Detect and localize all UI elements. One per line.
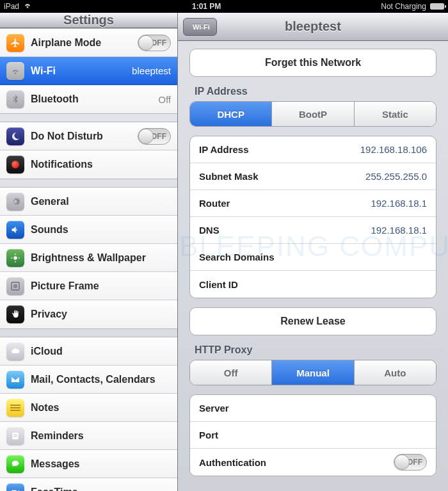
sidebar-item-label: Notes xyxy=(31,402,59,414)
wifi-icon xyxy=(6,62,24,80)
airplane-icon xyxy=(6,34,24,52)
notes-icon xyxy=(6,399,24,417)
field-ip-address[interactable]: IP Address 192.168.18.106 xyxy=(190,136,436,163)
proxy-fields-card: Server Port Authentication OFF xyxy=(189,394,436,476)
ip-address-section-label: IP Address xyxy=(195,86,436,97)
picture-frame-icon xyxy=(6,277,24,295)
subnet-mask-value: 255.255.255.0 xyxy=(365,171,427,182)
sidebar-item-label: Notifications xyxy=(31,159,93,170)
gear-icon xyxy=(6,193,24,211)
sidebar-item-label: Reminders xyxy=(31,430,84,442)
ip-config-segmented: DHCP BootP Static xyxy=(189,101,436,127)
sidebar-titlebar: Settings xyxy=(0,13,177,28)
device-label: iPad xyxy=(4,2,19,11)
field-router[interactable]: Router 192.168.18.1 xyxy=(190,190,436,217)
sidebar-item-label: Wi-Fi xyxy=(31,65,56,77)
svg-point-0 xyxy=(13,256,17,259)
sidebar-item-label: General xyxy=(31,196,69,207)
sidebar-item-general[interactable]: General xyxy=(0,188,177,216)
wifi-network-value: bleeptest xyxy=(132,65,171,76)
sidebar-item-privacy[interactable]: Privacy xyxy=(0,300,177,328)
segment-proxy-off[interactable]: Off xyxy=(190,360,272,385)
router-value: 192.168.18.1 xyxy=(371,198,427,209)
sidebar-item-label: Picture Frame xyxy=(31,280,99,292)
sidebar-item-label: Messages xyxy=(31,458,80,470)
segment-bootp[interactable]: BootP xyxy=(272,102,354,126)
segment-static[interactable]: Static xyxy=(355,102,436,126)
dns-value: 192.168.18.1 xyxy=(371,225,427,236)
proxy-segmented: Off Manual Auto xyxy=(189,360,436,385)
ip-address-value: 192.168.18.106 xyxy=(360,144,427,155)
field-subnet-mask[interactable]: Subnet Mask 255.255.255.0 xyxy=(190,163,436,190)
mail-icon xyxy=(6,371,24,389)
notifications-icon xyxy=(6,156,24,173)
sidebar-group-alerts: Do Not Disturb OFF Notifications xyxy=(0,122,177,179)
sidebar-item-picture-frame[interactable]: Picture Frame xyxy=(0,272,177,300)
detail-title: bleeptest xyxy=(285,19,341,34)
sidebar-item-airplane[interactable]: Airplane Mode OFF xyxy=(0,29,177,57)
sidebar-item-wifi[interactable]: Wi-Fi bleeptest xyxy=(0,57,177,85)
sidebar-item-label: Airplane Mode xyxy=(31,37,101,49)
field-client-id[interactable]: Client ID xyxy=(190,271,436,298)
sidebar-item-label: Do Not Disturb xyxy=(31,131,103,142)
wifi-icon xyxy=(23,2,32,11)
sidebar-item-label: FaceTime xyxy=(31,487,78,492)
settings-sidebar: Settings Airplane Mode OFF Wi-Fi bleepte… xyxy=(0,13,178,491)
field-dns[interactable]: DNS 192.168.18.1 xyxy=(190,217,436,244)
renew-lease-button[interactable]: Renew Lease xyxy=(190,308,436,335)
detail-panel: Wi-Fi bleeptest Forget this Network IP A… xyxy=(178,13,448,491)
renew-lease-card: Renew Lease xyxy=(189,307,436,335)
field-proxy-port[interactable]: Port xyxy=(190,422,436,449)
sidebar-item-label: Brightness & Wallpaper xyxy=(31,252,146,264)
sidebar-item-brightness[interactable]: Brightness & Wallpaper xyxy=(0,244,177,272)
moon-icon xyxy=(6,127,24,145)
sidebar-group-connectivity: Airplane Mode OFF Wi-Fi bleeptest Blueto… xyxy=(0,28,177,114)
sidebar-item-label: iCloud xyxy=(31,346,63,357)
forget-network-button[interactable]: Forget this Network xyxy=(190,49,436,76)
sidebar-item-label: Privacy xyxy=(31,309,67,320)
status-bar: iPad 1:01 PM Not Charging xyxy=(0,0,448,13)
cloud-icon xyxy=(6,342,24,360)
sidebar-item-messages[interactable]: Messages xyxy=(0,450,177,478)
battery-icon xyxy=(430,3,444,10)
facetime-icon xyxy=(6,483,24,492)
bluetooth-value: Off xyxy=(158,94,171,105)
sidebar-group-device: General Sounds Brightness & Wallpaper Pi… xyxy=(0,187,177,329)
sidebar-item-label: Mail, Contacts, Calendars xyxy=(31,374,156,385)
reminders-icon xyxy=(6,427,24,445)
sidebar-item-reminders[interactable]: Reminders xyxy=(0,422,177,450)
segment-proxy-manual[interactable]: Manual xyxy=(272,360,354,385)
sidebar-item-label: Bluetooth xyxy=(31,93,79,105)
segment-proxy-auto[interactable]: Auto xyxy=(355,360,436,385)
field-search-domains[interactable]: Search Domains xyxy=(190,244,436,271)
svg-point-6 xyxy=(13,284,18,288)
svg-rect-7 xyxy=(12,432,18,439)
auth-toggle[interactable]: OFF xyxy=(394,454,427,471)
sidebar-title: Settings xyxy=(63,13,114,28)
http-proxy-section-label: HTTP Proxy xyxy=(195,344,436,356)
sidebar-item-dnd[interactable]: Do Not Disturb OFF xyxy=(0,122,177,150)
field-proxy-auth: Authentication OFF xyxy=(190,449,436,476)
sidebar-item-facetime[interactable]: FaceTime xyxy=(0,478,177,491)
field-proxy-server[interactable]: Server xyxy=(190,395,436,422)
sidebar-item-bluetooth[interactable]: Bluetooth Off xyxy=(0,85,177,113)
forget-network-card: Forget this Network xyxy=(189,49,436,77)
brightness-icon xyxy=(6,249,24,267)
speaker-icon xyxy=(6,221,24,239)
detail-titlebar: Wi-Fi bleeptest xyxy=(178,13,448,41)
hand-icon xyxy=(6,305,24,323)
sidebar-item-notifications[interactable]: Notifications xyxy=(0,150,177,179)
charge-label: Not Charging xyxy=(381,2,426,11)
back-button[interactable]: Wi-Fi xyxy=(183,18,217,36)
sidebar-item-notes[interactable]: Notes xyxy=(0,394,177,422)
sidebar-item-mail[interactable]: Mail, Contacts, Calendars xyxy=(0,366,177,394)
messages-icon xyxy=(6,455,24,473)
segment-dhcp[interactable]: DHCP xyxy=(190,102,272,126)
sidebar-item-label: Sounds xyxy=(31,224,68,236)
airplane-toggle[interactable]: OFF xyxy=(138,35,171,51)
dnd-toggle[interactable]: OFF xyxy=(138,128,171,145)
sidebar-item-icloud[interactable]: iCloud xyxy=(0,337,177,366)
ip-fields-card: IP Address 192.168.18.106 Subnet Mask 25… xyxy=(189,136,436,298)
sidebar-group-apps: iCloud Mail, Contacts, Calendars Notes R… xyxy=(0,337,177,491)
sidebar-item-sounds[interactable]: Sounds xyxy=(0,216,177,244)
